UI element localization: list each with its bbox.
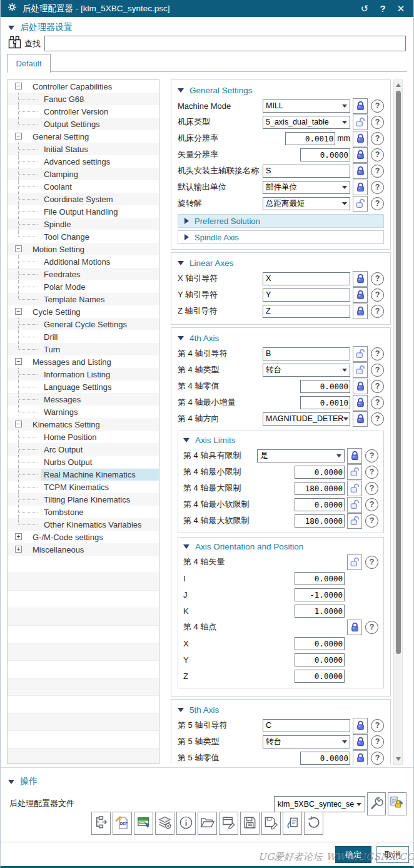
tree-item[interactable]: −Kinematics Setting bbox=[8, 418, 159, 431]
lock-open-button[interactable] bbox=[353, 362, 368, 378]
dropdown-field[interactable]: 转台 bbox=[263, 735, 350, 748]
expand-plus-icon[interactable]: + bbox=[15, 533, 22, 540]
lock-open-button[interactable] bbox=[347, 554, 362, 570]
tree-item[interactable]: −Controller Capabilities bbox=[8, 80, 159, 93]
lock-closed-button[interactable] bbox=[353, 718, 368, 733]
help-button[interactable]: ? bbox=[371, 305, 384, 318]
layers-settings-button[interactable] bbox=[155, 812, 174, 835]
section-header[interactable]: 5th Axis bbox=[178, 702, 384, 717]
text-field[interactable]: B bbox=[263, 347, 350, 360]
help-button[interactable]: ? bbox=[371, 396, 384, 409]
configurator-file-dropdown[interactable]: klm_5XBC_syntec_se bbox=[274, 796, 365, 812]
close-icon[interactable]: ✕ bbox=[395, 0, 407, 17]
tree-item[interactable]: Warnings bbox=[8, 406, 159, 418]
lock-closed-button[interactable] bbox=[353, 304, 368, 319]
section-header[interactable]: Axis Limits bbox=[183, 432, 378, 447]
lock-closed-button[interactable] bbox=[353, 395, 368, 411]
tree-item[interactable]: Messages bbox=[8, 393, 159, 406]
tree-item[interactable]: Feedrates bbox=[8, 268, 159, 280]
lock-closed-button[interactable] bbox=[353, 163, 368, 179]
dropdown-field[interactable]: 部件单位 bbox=[263, 181, 350, 194]
help-button[interactable]: ? bbox=[371, 181, 384, 194]
tree-item[interactable]: Arc Output bbox=[8, 443, 159, 456]
help-button[interactable]: ? bbox=[371, 347, 384, 360]
reset-icon[interactable]: ↺ bbox=[358, 0, 371, 17]
tree-item[interactable]: Template Names bbox=[8, 293, 159, 305]
text-field[interactable]: C bbox=[263, 719, 350, 732]
text-field[interactable]: Y bbox=[263, 288, 350, 302]
lock-closed-button[interactable] bbox=[347, 620, 362, 635]
help-button[interactable]: ? bbox=[371, 165, 384, 178]
number-field[interactable]: 0.0000 bbox=[300, 148, 350, 161]
tree-item[interactable]: −Motion Setting bbox=[8, 243, 159, 255]
revert-button[interactable] bbox=[304, 812, 323, 835]
help-button[interactable]: ? bbox=[371, 100, 384, 113]
help-button[interactable]: ? bbox=[371, 148, 384, 161]
expand-plus-icon[interactable]: + bbox=[15, 546, 22, 553]
tree-item[interactable]: Polar Mode bbox=[8, 280, 159, 293]
tree-item[interactable]: Tilting Plane Kinematics bbox=[8, 493, 159, 506]
collapsed-subgroup[interactable]: Preferred Solution bbox=[178, 214, 384, 228]
dropdown-field[interactable]: 5_axis_dual_table bbox=[263, 116, 350, 129]
number-field[interactable]: -1.0000 bbox=[295, 588, 345, 601]
help-button[interactable]: ? bbox=[371, 272, 384, 285]
help-icon[interactable]: ? bbox=[376, 0, 389, 17]
tree-item[interactable]: Controller Version bbox=[8, 105, 159, 118]
text-field[interactable]: Z bbox=[263, 305, 350, 318]
help-button[interactable]: ? bbox=[365, 449, 378, 462]
tree-item[interactable]: Additional Motions bbox=[8, 255, 159, 268]
help-button[interactable]: ? bbox=[371, 197, 384, 210]
tree-item[interactable]: Other Kinematics Variables bbox=[8, 518, 159, 531]
tree-item[interactable]: TCPM Kinematics bbox=[8, 481, 159, 493]
dropdown-field[interactable]: MILL bbox=[263, 100, 350, 113]
section-header[interactable]: Linear Axes bbox=[178, 255, 384, 270]
lock-closed-button[interactable] bbox=[353, 180, 368, 195]
number-field[interactable]: 1.0000 bbox=[295, 605, 345, 618]
collapse-minus-icon[interactable]: − bbox=[15, 245, 22, 252]
copy-refresh-button[interactable] bbox=[283, 812, 302, 835]
export-structure-button[interactable] bbox=[91, 812, 111, 835]
tree-item[interactable]: Coordinate System bbox=[8, 193, 159, 205]
collapse-minus-icon[interactable]: − bbox=[15, 83, 22, 89]
number-field[interactable]: 0.0000 bbox=[295, 572, 345, 585]
scrollbar-thumb[interactable] bbox=[396, 91, 401, 654]
tree-item[interactable]: Information Listing bbox=[8, 368, 159, 380]
tree-item[interactable]: General Cycle Settings bbox=[8, 318, 159, 330]
dropdown-field[interactable]: 是 bbox=[257, 449, 345, 462]
tree-item[interactable]: Initial Status bbox=[8, 143, 159, 155]
number-field[interactable]: 0.0010 bbox=[285, 132, 335, 145]
text-field[interactable]: S bbox=[263, 165, 350, 178]
tree-item[interactable]: Clamping bbox=[8, 168, 159, 180]
tree-item[interactable]: Real Machine Kinematics bbox=[8, 468, 159, 481]
collapse-minus-icon[interactable]: − bbox=[15, 133, 22, 140]
help-button[interactable]: ? bbox=[365, 466, 378, 479]
lock-closed-button[interactable] bbox=[347, 448, 362, 464]
dropdown-field[interactable]: MAGNITUDE_DETER bbox=[263, 412, 350, 426]
lock-closed-button[interactable] bbox=[353, 131, 368, 146]
dropdown-field[interactable]: 总距离最短 bbox=[263, 197, 350, 210]
collapse-minus-icon[interactable]: − bbox=[15, 421, 22, 427]
scroll-up-icon[interactable] bbox=[396, 83, 401, 87]
collapse-minus-icon[interactable]: − bbox=[15, 308, 22, 315]
help-button[interactable]: ? bbox=[365, 482, 378, 495]
lock-open-button[interactable] bbox=[347, 513, 362, 529]
lock-closed-button[interactable] bbox=[353, 98, 368, 114]
number-field[interactable]: 0.0000 bbox=[295, 466, 345, 479]
tree-item[interactable]: Tombstone bbox=[8, 506, 159, 518]
help-button[interactable]: ? bbox=[371, 752, 384, 765]
number-field[interactable]: 0.0000 bbox=[295, 498, 345, 511]
lock-closed-button[interactable] bbox=[353, 379, 368, 394]
tree-item[interactable]: Drill bbox=[8, 330, 159, 343]
save-as-button[interactable] bbox=[261, 812, 281, 835]
help-button[interactable]: ? bbox=[371, 412, 384, 426]
vertical-scrollbar[interactable] bbox=[393, 79, 403, 765]
lock-open-button[interactable] bbox=[347, 497, 362, 513]
window-edit-button[interactable] bbox=[219, 812, 238, 835]
help-button[interactable]: ? bbox=[371, 719, 384, 732]
tree-item[interactable]: Advanced settings bbox=[8, 155, 159, 168]
lock-open-button[interactable] bbox=[353, 115, 368, 130]
help-button[interactable]: ? bbox=[371, 132, 384, 145]
text-field[interactable]: X bbox=[263, 272, 350, 285]
postprocessor-settings-header[interactable]: 后处理器设置 bbox=[8, 22, 73, 33]
lock-open-button[interactable] bbox=[347, 481, 362, 496]
